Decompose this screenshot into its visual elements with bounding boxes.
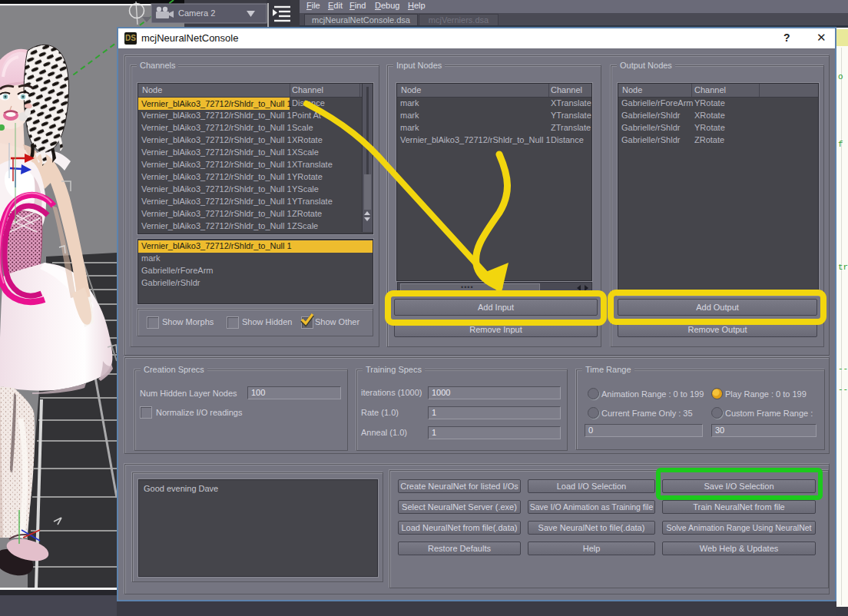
svg-text:Camera 2: Camera 2: [178, 8, 215, 18]
